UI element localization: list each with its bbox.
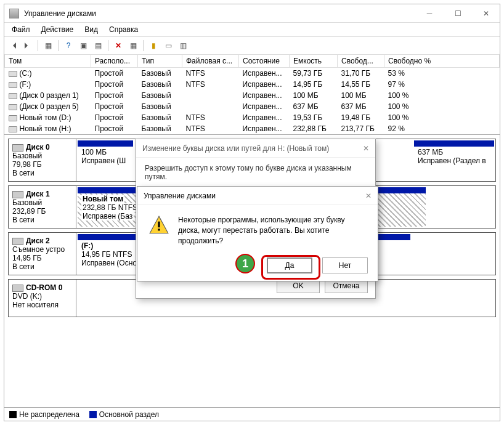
column-header[interactable]: Свобод... — [338, 55, 384, 68]
dialog2-close-icon[interactable]: ✕ — [365, 192, 372, 200]
column-header[interactable]: Тип — [138, 55, 182, 68]
disk-icon — [12, 144, 23, 152]
attach-vhd-icon[interactable]: ▭ — [162, 39, 174, 52]
warning-icon — [148, 215, 169, 236]
table-row[interactable]: (Диск 0 раздел 5)ПростойБазовыйИсправен.… — [5, 101, 500, 112]
action-icon[interactable]: ▣ — [77, 39, 89, 52]
column-header[interactable]: Емкость — [290, 55, 338, 68]
disk-info: Диск 0Базовый79,98 ГБВ сети — [9, 139, 76, 181]
disk-icon — [12, 191, 23, 198]
dialog2-title: Управление дисками ✕ — [137, 187, 378, 205]
forward-icon[interactable] — [22, 39, 34, 52]
refresh-icon[interactable]: ▤ — [92, 39, 104, 52]
table-row[interactable]: Новый том (H:)ПростойБазовыйNTFSИсправен… — [5, 123, 500, 134]
table-row[interactable]: (Диск 0 раздел 1)ПростойБазовыйИсправен.… — [5, 90, 500, 101]
dialog1-title: Изменение буквы диска или путей для H: (… — [136, 139, 375, 158]
legend-primary: Основной раздел — [89, 410, 159, 419]
column-header[interactable]: Том — [5, 55, 91, 68]
dialog1-text: Разрешить доступ к этому тому по букве д… — [145, 164, 367, 181]
svg-rect-2 — [158, 229, 160, 230]
svg-rect-1 — [158, 222, 160, 228]
window-title: Управление дисками — [24, 9, 421, 18]
partition[interactable]: 637 МБИсправен (Раздел в — [414, 140, 494, 180]
yes-button[interactable]: Да — [267, 257, 312, 273]
column-header[interactable]: Располо... — [91, 55, 138, 68]
back-icon[interactable] — [7, 39, 19, 52]
column-header[interactable]: Свободно % — [384, 55, 500, 68]
volume-table: ТомРасполо...ТипФайловая с...СостояниеЕм… — [4, 55, 500, 135]
toolbar: ▦ ? ▣ ▤ ✕ ▦ ▮ ▭ ▥ — [4, 36, 500, 55]
disk-icon — [12, 238, 23, 245]
no-button[interactable]: Нет — [322, 257, 368, 273]
settings-icon[interactable]: ▦ — [127, 39, 139, 52]
table-row[interactable]: Новый том (D:)ПростойБазовыйNTFSИсправен… — [5, 112, 500, 123]
menu-action[interactable]: Действие — [36, 24, 79, 35]
close-button[interactable]: ✕ — [478, 7, 495, 20]
minimize-button[interactable]: ─ — [421, 7, 438, 20]
delete-icon[interactable]: ✕ — [112, 39, 124, 52]
disk-icon — [12, 285, 23, 292]
app-icon — [9, 9, 19, 18]
dialog1-close-icon[interactable]: ✕ — [363, 144, 369, 153]
column-header[interactable]: Файловая с... — [182, 55, 239, 68]
disk-info: Диск 2Съемное устро14,95 ГБВ сети — [9, 233, 76, 275]
maximize-button[interactable]: ☐ — [449, 7, 466, 20]
disk-info: CD-ROM 0DVD (K:)Нет носителя — [9, 280, 76, 317]
column-header[interactable]: Состояние — [239, 55, 290, 68]
menu-file[interactable]: Файл — [7, 24, 35, 35]
confirm-dialog: Управление дисками ✕ Некоторые программы… — [137, 186, 378, 281]
menu-help[interactable]: Справка — [104, 24, 143, 35]
properties-icon[interactable]: ▥ — [177, 39, 189, 52]
create-vhd-icon[interactable]: ▮ — [147, 39, 160, 52]
table-row[interactable]: (C:)ПростойБазовыйNTFSИсправен...59,73 Г… — [5, 68, 500, 79]
table-row[interactable]: (F:)ПростойБазовыйNTFSИсправен...14,95 Г… — [5, 79, 500, 90]
partition[interactable]: 100 МБИсправен (Ш — [78, 140, 133, 180]
confirm-message: Некоторые программы, использующие эту бу… — [178, 215, 367, 246]
grid-icon[interactable]: ▦ — [42, 39, 54, 52]
titlebar: Управление дисками ─ ☐ ✕ — [4, 4, 500, 23]
help-icon[interactable]: ? — [62, 39, 75, 52]
statusbar: Не распределена Основной раздел — [4, 407, 500, 421]
menu-view[interactable]: Вид — [79, 24, 103, 35]
menubar: Файл Действие Вид Справка — [4, 23, 500, 36]
disk-info: Диск 1Базовый232,89 ГБВ сети — [9, 186, 76, 228]
legend-unallocated: Не распределена — [9, 410, 79, 419]
